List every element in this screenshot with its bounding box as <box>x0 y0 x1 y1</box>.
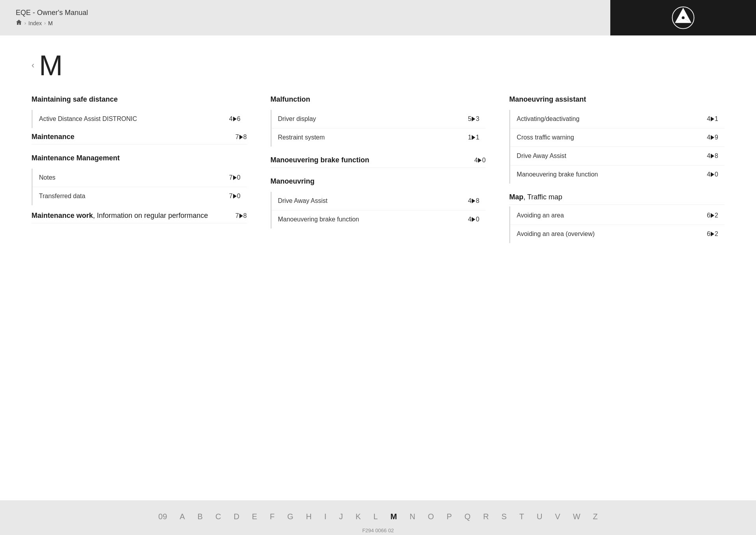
alpha-J[interactable]: J <box>339 512 343 521</box>
manoeuvring-header: Manoeuvring <box>271 177 486 186</box>
entry-restraint-system[interactable]: Restraint system 11 <box>272 128 486 147</box>
malfunction-group: Driver display 53 Restraint system 11 <box>271 110 486 147</box>
manoeuvering-brake-page: 40 <box>474 157 486 164</box>
entry-page: 46 <box>229 115 241 123</box>
alpha-D[interactable]: D <box>233 512 239 521</box>
entry-page: 70 <box>229 193 241 200</box>
entry-label: Drive Away Assist <box>517 152 566 160</box>
entry-label: Activating/deactivating <box>517 115 579 123</box>
entry-page: 41 <box>707 115 718 123</box>
manoeuvring-assistant-header: Manoeuvring assistant <box>509 95 724 104</box>
entry-label: Avoiding an area <box>517 212 564 219</box>
alpha-K[interactable]: K <box>356 512 361 521</box>
entry-avoiding-area-overview[interactable]: Avoiding an area (overview) 62 <box>510 225 724 243</box>
entry-driver-display[interactable]: Driver display 53 <box>272 110 486 128</box>
alpha-I[interactable]: I <box>324 512 326 521</box>
manoeuvering-brake-header: Manoeuvering brake function <box>271 156 369 164</box>
entry-label: Transferred data <box>39 193 85 200</box>
breadcrumb: › Index › M <box>16 19 88 27</box>
entry-transferred-data[interactable]: Transferred data 70 <box>33 187 247 205</box>
maintenance-work-label: Maintenance work, Information on regular… <box>32 212 208 220</box>
entry-page: 48 <box>707 152 718 160</box>
entry-page: 40 <box>707 171 718 178</box>
alpha-T[interactable]: T <box>519 512 524 521</box>
column-2: Malfunction Driver display 53 Restraint … <box>271 95 486 245</box>
entry-page: 53 <box>468 115 480 123</box>
alpha-S[interactable]: S <box>502 512 507 521</box>
entry-page: 48 <box>468 197 480 204</box>
alpha-G[interactable]: G <box>287 512 293 521</box>
alpha-O[interactable]: O <box>428 512 434 521</box>
maintenance-header: Maintenance <box>32 133 74 141</box>
entry-drive-away-assist-col2[interactable]: Drive Away Assist 48 <box>272 192 486 210</box>
svg-point-1 <box>682 16 684 19</box>
alpha-R[interactable]: R <box>483 512 489 521</box>
entry-page: 49 <box>707 134 718 141</box>
maintenance-standalone[interactable]: Maintenance 78 <box>32 130 247 145</box>
breadcrumb-sep-2: › <box>44 20 46 26</box>
alpha-L[interactable]: L <box>373 512 378 521</box>
page-arrow-icon <box>711 117 714 121</box>
maintenance-work-entry[interactable]: Maintenance work, Information on regular… <box>32 208 247 223</box>
entry-cross-traffic-warning[interactable]: Cross traffic warning 49 <box>510 128 724 147</box>
entry-notes[interactable]: Notes 70 <box>33 169 247 187</box>
header-left: EQE - Owner's Manual › Index › M <box>16 9 88 27</box>
alpha-M[interactable]: M <box>390 512 397 521</box>
column-3: Manoeuvring assistant Activating/deactiv… <box>509 95 724 245</box>
entry-activating-deactivating[interactable]: Activating/deactivating 41 <box>510 110 724 128</box>
breadcrumb-index[interactable]: Index <box>28 20 42 26</box>
entry-active-distance-assist[interactable]: Active Distance Assist DISTRONIC 46 <box>33 110 247 128</box>
alpha-W[interactable]: W <box>573 512 580 521</box>
map-traffic-label: Map, Traffic map <box>509 193 562 201</box>
doc-code: F294 0066 02 <box>16 528 740 533</box>
column-1: Maintaining safe distance Active Distanc… <box>32 95 247 245</box>
entry-label: Active Distance Assist DISTRONIC <box>39 115 137 123</box>
home-icon[interactable] <box>16 19 22 27</box>
entry-page: 62 <box>707 212 718 219</box>
manoeuvering-brake-standalone[interactable]: Manoeuvering brake function 40 <box>271 153 486 168</box>
alpha-F[interactable]: F <box>270 512 274 521</box>
entry-page: 11 <box>468 134 480 141</box>
entry-avoiding-area[interactable]: Avoiding an area 62 <box>510 206 724 225</box>
alpha-09[interactable]: 09 <box>158 512 167 521</box>
page-arrow-icon <box>711 135 714 140</box>
map-group: Avoiding an area 62 Avoiding an area (ov… <box>509 206 724 243</box>
alpha-E[interactable]: E <box>252 512 257 521</box>
alpha-nav: 09 A B C D E F G H I J K L M N O P Q R S… <box>16 508 740 525</box>
alpha-A[interactable]: A <box>180 512 185 521</box>
breadcrumb-sep-1: › <box>24 20 26 26</box>
alpha-U[interactable]: U <box>537 512 542 521</box>
alpha-P[interactable]: P <box>447 512 452 521</box>
footer: 09 A B C D E F G H I J K L M N O P Q R S… <box>0 500 756 535</box>
page-arrow-icon <box>233 175 237 180</box>
entry-manoeuvering-brake-col2[interactable]: Manoeuvering brake function 40 <box>272 210 486 228</box>
alpha-Z[interactable]: Z <box>593 512 598 521</box>
page-arrow-icon <box>472 117 475 121</box>
entry-label: Drive Away Assist <box>278 197 328 204</box>
page-arrow-icon <box>711 172 714 177</box>
alpha-V[interactable]: V <box>555 512 560 521</box>
entry-page: 40 <box>468 216 480 223</box>
entry-manoeuvering-brake-col3[interactable]: Manoeuvering brake function 40 <box>510 165 724 184</box>
alpha-H[interactable]: H <box>306 512 311 521</box>
alpha-N[interactable]: N <box>410 512 415 521</box>
page-arrow-icon <box>472 217 475 222</box>
page-arrow-icon <box>233 117 237 121</box>
breadcrumb-current: M <box>48 20 53 26</box>
entry-drive-away-assist-col3[interactable]: Drive Away Assist 48 <box>510 147 724 165</box>
entry-label: Manoeuvering brake function <box>517 171 598 178</box>
page-arrow-icon <box>711 154 714 158</box>
page-arrow-icon <box>239 214 243 218</box>
prev-letter-button[interactable]: ‹ <box>32 60 34 71</box>
page-arrow-icon <box>711 232 714 236</box>
section-maintaining-safe-distance-header: Maintaining safe distance <box>32 95 247 104</box>
mercedes-logo <box>671 6 695 30</box>
entry-page: 70 <box>229 174 241 181</box>
alpha-B[interactable]: B <box>198 512 203 521</box>
alpha-C[interactable]: C <box>215 512 221 521</box>
section-letter-row: ‹ M <box>32 51 724 80</box>
page-arrow-icon <box>239 135 243 139</box>
maintenance-work-page: 78 <box>235 212 247 219</box>
malfunction-header: Malfunction <box>271 95 486 104</box>
alpha-Q[interactable]: Q <box>465 512 471 521</box>
